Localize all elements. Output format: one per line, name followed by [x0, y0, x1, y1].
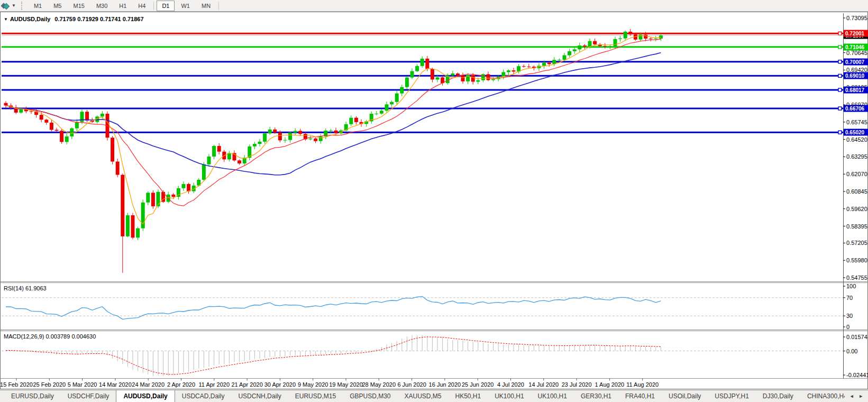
tab-usdcad-daily[interactable]: USDCAD,Daily: [175, 390, 232, 402]
toolbar-separator: [218, 2, 219, 10]
chart-window[interactable]: ▼AUDUSD,Daily0.71759 0.71929 0.71741 0.7…: [0, 12, 868, 389]
price-axis-tick-label: 0.55980: [846, 257, 867, 263]
price-axis-tick-label: 0.65745: [846, 119, 867, 125]
macd-pane: [2, 335, 843, 376]
tabs-scroll-left-icon[interactable]: ◄: [849, 394, 854, 399]
toolbar-separator: [153, 2, 154, 10]
macd-axis-label: 0.015741: [846, 334, 868, 340]
date-axis-label: 6 Jun 2020: [397, 381, 426, 388]
macd-indicator-label[interactable]: MACD(12,26,9) 0.003789 0.004630: [4, 333, 96, 340]
price-hline-0.68017[interactable]: [2, 88, 843, 92]
chevron-down-icon: ▼: [12, 3, 16, 8]
rsi-axis-label: 30: [846, 313, 853, 319]
tab-usdcnh-daily[interactable]: USDCNH,Daily: [231, 390, 288, 402]
tab-usdjpy-h1[interactable]: USDJPY,H1: [708, 390, 755, 402]
date-axis-label: 15 Feb 2020: [0, 381, 33, 388]
tab-audusd-daily[interactable]: AUDUSD,Daily: [116, 390, 175, 402]
tabs-scroll-right-icon[interactable]: ►: [858, 394, 863, 399]
toolbar: ▼ M1M5M15M30H1H4D1W1MN: [0, 0, 868, 12]
date-axis-label: 11 Aug 2020: [626, 381, 659, 388]
ma-fast-line: [6, 36, 661, 224]
price-axis-tick-label: 0.60845: [846, 188, 867, 195]
tabbar-arrows: ◄ ►: [845, 390, 868, 402]
date-axis-label: 14 Jul 2020: [528, 381, 559, 388]
timeframe-button-w1[interactable]: W1: [176, 1, 195, 11]
price-line-badge: 0.72001: [844, 30, 868, 37]
date-axis-label: 5 Mar 2020: [68, 381, 97, 388]
tab-xauusd-m5[interactable]: XAUUSD,M5: [397, 390, 448, 402]
price-line-badge: 0.65020: [844, 129, 868, 136]
chart-title[interactable]: ▼AUDUSD,Daily0.71759 0.71929 0.71741 0.7…: [4, 16, 144, 22]
price-axis-tick-label: 0.73095: [846, 15, 867, 21]
date-axis-label: 25 Jun 2020: [462, 381, 494, 388]
price-hline-0.66706[interactable]: [2, 107, 843, 110]
date-axis-label: 14 Mar 2020: [99, 381, 132, 388]
date-axis-label: 24 Mar 2020: [132, 381, 165, 388]
date-axis-label: 11 Apr 2020: [199, 381, 230, 388]
price-axis-tick-label: 0.59620: [846, 206, 867, 212]
timeframe-buttons: M1M5M15M30H1H4D1W1MN: [28, 1, 221, 11]
price-axis-tick-label: 0.63295: [846, 153, 867, 160]
date-axis-label: 1 Aug 2020: [595, 381, 625, 388]
date-axis-label: 25 Feb 2020: [33, 381, 66, 388]
mt4-window: ▼ M1M5M15M30H1H4D1W1MN ▼AUDUSD,Daily0.71…: [0, 0, 868, 402]
price-hline-0.72001[interactable]: [2, 32, 843, 35]
chart-symbol: AUDUSD,Daily: [10, 16, 50, 22]
bottom-tabbar: EURUSD,DailyUSDCHF,DailyAUDUSD,DailyUSDC…: [0, 390, 868, 402]
tab-usdchf-daily[interactable]: USDCHF,Daily: [61, 390, 116, 402]
date-axis-label: 19 May 2020: [329, 381, 363, 388]
rsi-axis-label: 70: [846, 295, 853, 301]
price-axis-tick-label: 0.62070: [846, 171, 867, 177]
tab-ger30-h1[interactable]: GER30,H1: [574, 390, 618, 402]
chart-canvas[interactable]: [1, 12, 868, 390]
toolbar-grip[interactable]: [21, 2, 24, 10]
macd-histogram: [6, 335, 661, 376]
price-axis-tick-label: 0.54755: [846, 275, 867, 281]
macd-axis-label: -0.024412: [846, 372, 868, 378]
price-line-badge: 0.71046: [844, 43, 868, 50]
tab-uk100-h1[interactable]: UK100,H1: [488, 390, 531, 402]
price-hline-0.69010[interactable]: [2, 74, 843, 77]
macd-axis-label: 0.00: [846, 348, 857, 354]
timeframe-button-mn[interactable]: MN: [196, 1, 216, 11]
chart-tool-icon: [1, 2, 10, 10]
date-axis-label: 28 May 2020: [362, 381, 396, 388]
price-line-badge: 0.66706: [844, 105, 868, 112]
price-line-badge: 0.70007: [844, 58, 868, 65]
date-axis-label: 9 May 2020: [298, 381, 328, 388]
timeframe-button-m5[interactable]: M5: [48, 1, 67, 11]
date-axis-label: 30 Apr 2020: [264, 381, 296, 388]
price-axis-tick-label: 0.57205: [846, 240, 867, 246]
price-axis-tick-label: 0.64520: [846, 136, 867, 143]
chart-ohlc-values: 0.71759 0.71929 0.71741 0.71867: [54, 16, 143, 22]
date-axis-label: 21 Apr 2020: [231, 381, 262, 388]
tab-eurusd-m15[interactable]: EURUSD,M15: [288, 390, 343, 402]
timeframe-button-m30[interactable]: M30: [91, 1, 113, 11]
timeframe-button-h4[interactable]: H4: [133, 1, 151, 11]
tab-eurusd-daily[interactable]: EURUSD,Daily: [4, 390, 61, 402]
price-hline-0.71046[interactable]: [2, 45, 843, 49]
tab-hk50-h1[interactable]: HK50,H1: [449, 390, 488, 402]
tab-dj30-daily[interactable]: DJ30,Daily: [756, 390, 800, 402]
rsi-axis-label: 100: [846, 283, 856, 289]
timeframe-button-h1[interactable]: H1: [114, 1, 132, 11]
date-axis-label: 4 Jul 2020: [497, 381, 524, 388]
macd-signal-line: [6, 337, 661, 374]
timeframe-button-m1[interactable]: M1: [29, 1, 47, 11]
date-axis-label: 16 Jun 2020: [429, 381, 461, 388]
rsi-axis-label: 0: [846, 324, 849, 330]
date-axis-label: 2 Apr 2020: [167, 381, 195, 388]
tab-gbpusd-m30[interactable]: GBPUSD,M30: [343, 390, 397, 402]
rsi-indicator-label[interactable]: RSI(14) 61.9063: [4, 285, 47, 291]
price-line-badge: 0.69010: [844, 72, 868, 79]
rsi-pane: [2, 296, 843, 319]
timeframe-button-m15[interactable]: M15: [68, 1, 89, 11]
date-axis-label: 23 Jul 2020: [562, 381, 592, 388]
tab-uk100-h1[interactable]: UK100,H1: [531, 390, 574, 402]
price-line-badge: 0.68017: [844, 86, 868, 93]
tab-usoil-daily[interactable]: USOil,Daily: [662, 390, 708, 402]
price-axis-tick-label: 0.70645: [846, 50, 867, 56]
tab-fra40-h1[interactable]: FRA40,H1: [618, 390, 662, 402]
chart-tool-button[interactable]: ▼: [1, 2, 16, 10]
timeframe-button-d1[interactable]: D1: [157, 1, 175, 11]
